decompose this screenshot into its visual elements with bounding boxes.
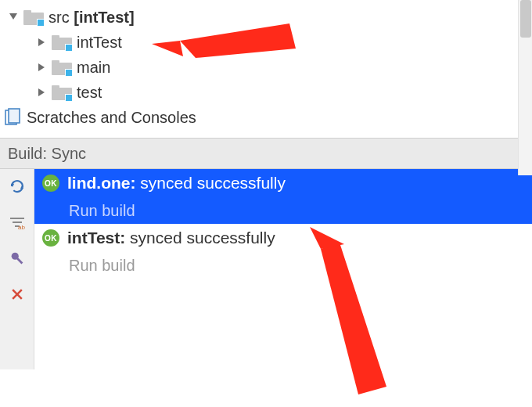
tree-label: Scratches and Consoles [27,109,196,127]
tree-row-scratches[interactable]: Scratches and Consoles [0,105,532,130]
tree-label: test [77,84,102,102]
ok-badge-icon: OK [42,175,59,192]
tree-label: main [77,59,110,77]
build-header-title: Sync [52,145,86,163]
svg-marker-0 [9,13,17,20]
build-list: OK lind.one: synced successfully Run bui… [34,169,532,369]
chevron-right-icon [34,35,49,49]
chevron-right-icon [34,60,49,74]
tree-row-test[interactable]: test [0,80,532,105]
build-group-name: lind.one: [67,174,136,192]
project-tree: src [intTest] intTest main [0,0,532,138]
svg-marker-3 [38,38,45,46]
tree-row-main[interactable]: main [0,55,532,80]
chevron-down-icon [6,10,20,24]
build-group-message: synced successfully [136,174,286,192]
build-gutter: ab [0,169,34,369]
scratches-icon [3,108,22,127]
chevron-right-icon [34,85,49,99]
build-group-name: intTest: [67,229,125,247]
tree-row-src[interactable]: src [intTest] [0,5,532,30]
scrollbar-thumb[interactable] [520,0,531,38]
folder-source-icon [52,34,72,51]
folder-source-icon [52,59,72,76]
filter-icon[interactable]: ab [6,211,28,233]
svg-line-21 [17,258,22,263]
svg-text:ab: ab [18,224,25,231]
tree-row-inttest[interactable]: intTest [0,30,532,55]
svg-marker-6 [38,63,45,71]
build-panel-body: ab OK lind.one: synced successfully [0,169,532,369]
tree-label: intTest [77,34,122,52]
ok-badge-icon: OK [42,229,59,247]
svg-marker-9 [38,88,45,96]
pin-icon[interactable] [6,247,28,269]
folder-source-icon [52,84,72,101]
build-group-selected[interactable]: OK lind.one: synced successfully Run bui… [34,169,532,224]
refresh-icon[interactable] [6,175,28,197]
build-panel-header: Build: Sync [0,138,532,169]
build-sub-action[interactable]: Run build [69,257,135,275]
build-header-prefix: Build: [8,145,47,163]
close-icon[interactable] [6,283,28,305]
folder-source-icon [23,9,44,26]
svg-rect-13 [9,109,20,123]
tree-label: src [intTest] [49,9,135,27]
build-group-message: synced successfully [125,229,275,247]
build-group[interactable]: OK intTest: synced successfully Run buil… [34,224,532,279]
build-sub-action[interactable]: Run build [69,202,135,220]
vertical-scrollbar[interactable] [518,0,532,175]
